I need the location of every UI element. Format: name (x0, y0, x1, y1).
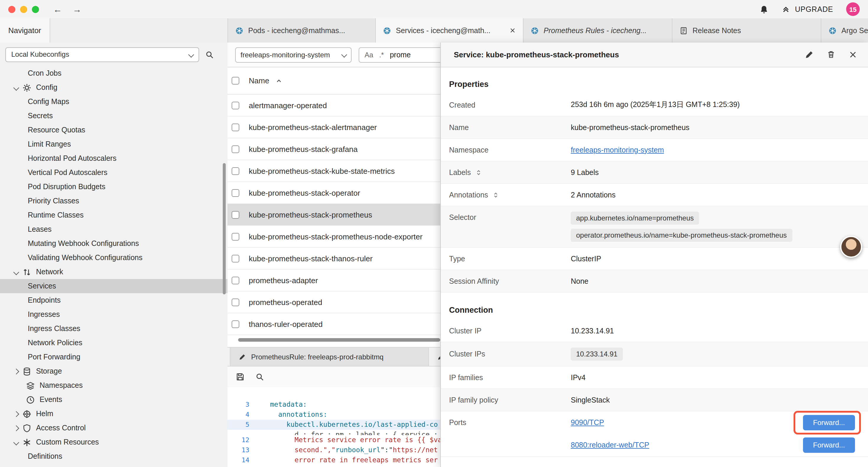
sidebar-item-validating-webhook-configurations[interactable]: Validating Webhook Configurations (0, 251, 227, 265)
forward-button[interactable]: → (73, 5, 82, 13)
sidebar-item-ingresses[interactable]: Ingresses (0, 308, 227, 322)
chevron-down-icon[interactable] (13, 85, 19, 90)
match-case-toggle[interactable]: Aa (365, 51, 373, 59)
chevron-right-icon[interactable] (13, 426, 19, 430)
row-checkbox[interactable] (231, 145, 239, 153)
tab-label: Release Notes (692, 26, 741, 35)
sidebar-item-network-policies[interactable]: Network Policies (0, 336, 227, 350)
tab-argo-se[interactable]: Argo Se (821, 18, 868, 42)
sidebar-item-endpoints[interactable]: Endpoints (0, 293, 227, 308)
kubeconfig-selector[interactable]: Local Kubeconfigs (5, 47, 199, 62)
chevron-down-icon[interactable] (13, 270, 19, 274)
row-checkbox[interactable] (231, 320, 239, 328)
sidebar-item-events[interactable]: Events (0, 392, 227, 407)
back-button[interactable]: ← (53, 5, 62, 13)
save-icon[interactable] (236, 372, 245, 381)
tab-services-icecheng-math[interactable]: Services - icecheng@math... (376, 18, 524, 42)
navigator-search-icon[interactable] (205, 50, 214, 59)
forward-button[interactable]: Forward... (803, 415, 855, 430)
sidebar-item-label: Events (39, 396, 62, 404)
sidebar-item-config[interactable]: Config (0, 80, 227, 95)
sidebar-item-definitions[interactable]: Definitions (0, 449, 227, 463)
sidebar-item-leases[interactable]: Leases (0, 222, 227, 236)
row-checkbox[interactable] (231, 189, 239, 197)
service-name: kube-prometheus-stack-kube-state-metrics (249, 167, 395, 175)
section-heading-connection: Connection (441, 293, 868, 320)
sort-ascending-icon[interactable] (275, 77, 282, 84)
sidebar-item-access-control[interactable]: Access Control (0, 421, 227, 435)
sidebar-item-priority-classes[interactable]: Priority Classes (0, 194, 227, 208)
layers-icon (26, 381, 35, 390)
delete-icon[interactable] (827, 50, 836, 59)
sidebar-item-config-maps[interactable]: Config Maps (0, 95, 227, 109)
tab-prometheus-rules-icecheng[interactable]: Prometheus Rules - icecheng... (524, 18, 673, 42)
regex-toggle[interactable]: .* (379, 51, 384, 59)
sidebar-item-storage[interactable]: Storage (0, 364, 227, 378)
sidebar-item-custom-resources[interactable]: Custom Resources (0, 435, 227, 449)
bell-icon[interactable] (760, 4, 769, 14)
row-checkbox[interactable] (231, 233, 239, 240)
traffic-light-zoom[interactable] (32, 6, 39, 13)
sidebar-item-resource-quotas[interactable]: Resource Quotas (0, 123, 227, 137)
dock-tab-prometheusrule-freeleaps-prod-rabbitmq[interactable]: PrometheusRule: freeleaps-prod-rabbitmq (230, 348, 429, 366)
port-link[interactable]: 9090/TCP (571, 418, 604, 427)
edit-icon[interactable] (805, 50, 814, 59)
row-checkbox[interactable] (231, 211, 239, 218)
sidebar-item-services[interactable]: Services (0, 279, 227, 293)
traffic-light-close[interactable] (8, 6, 16, 13)
chevron-down-icon[interactable] (13, 440, 19, 444)
service-name: thanos-ruler-operated (249, 320, 322, 328)
sidebar-item-helm[interactable]: Helm (0, 407, 227, 421)
search-value: prome (390, 51, 411, 59)
tab-bar: Navigator Pods - icecheng@mathmas...Serv… (0, 18, 868, 43)
namespace-filter[interactable]: freeleaps-monitoring-system (235, 47, 351, 62)
floating-avatar[interactable] (840, 236, 862, 258)
sidebar-item-limit-ranges[interactable]: Limit Ranges (0, 137, 227, 151)
sidebar-item-secrets[interactable]: Secrets (0, 109, 227, 123)
editor-search-icon[interactable] (255, 372, 264, 381)
port-link[interactable]: 8080:reloader-web/TCP (571, 441, 649, 449)
horizontal-scrollbar[interactable] (238, 338, 440, 342)
traffic-light-minimize[interactable] (20, 6, 27, 13)
row-checkbox[interactable] (231, 298, 239, 306)
property-value: ClusterIP (571, 255, 601, 263)
sidebar-item-runtime-classes[interactable]: Runtime Classes (0, 208, 227, 222)
sidebar-item-cron-jobs[interactable]: Cron Jobs (0, 66, 227, 80)
close-drawer-icon[interactable] (848, 50, 857, 59)
upgrade-button[interactable]: UPGRADE (782, 5, 833, 13)
sort-updown-icon[interactable] (475, 169, 482, 176)
row-checkbox[interactable] (231, 101, 239, 109)
tab-pods-icecheng-mathmas[interactable]: Pods - icecheng@mathmas... (228, 18, 376, 42)
sidebar-item-label: Ingress Classes (28, 324, 80, 333)
sidebar-item-port-forwarding[interactable]: Port Forwarding (0, 350, 227, 364)
tab-release-notes[interactable]: Release Notes (673, 18, 821, 42)
row-checkbox[interactable] (231, 255, 239, 262)
namespace-link[interactable]: freeleaps-monitoring-system (571, 146, 664, 154)
chevron-right-icon[interactable] (13, 369, 19, 373)
titlebar: ← → UPGRADE 15 (0, 0, 868, 19)
sort-updown-icon[interactable] (492, 191, 499, 198)
close-tab-icon[interactable] (509, 27, 516, 34)
name-column-header[interactable]: Name (249, 76, 269, 85)
notification-badge[interactable]: 15 (846, 2, 860, 16)
sidebar-item-network[interactable]: Network (0, 265, 227, 279)
select-all-checkbox[interactable] (231, 77, 239, 85)
sidebar-item-horizontal-pod-autoscalers[interactable]: Horizontal Pod Autoscalers (0, 151, 227, 166)
chevron-right-icon[interactable] (13, 412, 19, 416)
row-checkbox[interactable] (231, 167, 239, 175)
sidebar-item-namespaces[interactable]: Namespaces (0, 378, 227, 392)
row-checkbox[interactable] (231, 276, 239, 284)
forward-button[interactable]: Forward... (803, 437, 855, 453)
drawer-header: Service: kube-prometheus-stack-prometheu… (441, 42, 868, 67)
sidebar-item-ingress-classes[interactable]: Ingress Classes (0, 322, 227, 336)
sidebar-item-label: Leases (28, 225, 52, 233)
sidebar-item-mutating-webhook-configurations[interactable]: Mutating Webhook Configurations (0, 236, 227, 251)
row-checkbox[interactable] (231, 123, 239, 131)
service-name: kube-prometheus-stack-prometheus (249, 210, 372, 219)
sidebar-item-vertical-pod-autoscalers[interactable]: Vertical Pod Autoscalers (0, 166, 227, 180)
kubeconfig-selector-value: Local Kubeconfigs (11, 50, 69, 59)
sidebar-item-pod-disruption-budgets[interactable]: Pod Disruption Budgets (0, 180, 227, 194)
ports-list: 9090/TCPForward...8080:reloader-web/TCPF… (571, 411, 860, 456)
code-text: kubectl.kubernetes.io/last-applied-co (249, 420, 438, 430)
sidebar-scrollbar[interactable] (223, 163, 226, 294)
